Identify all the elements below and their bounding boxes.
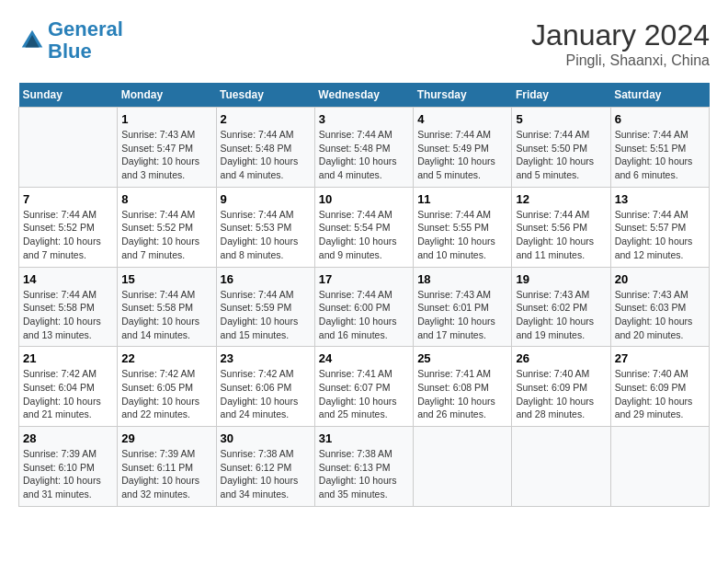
- calendar-title: January 2024: [531, 18, 710, 52]
- day-info: Sunrise: 7:44 AM Sunset: 5:58 PM Dayligh…: [23, 288, 113, 342]
- calendar-cell: 18Sunrise: 7:43 AM Sunset: 6:01 PM Dayli…: [414, 267, 512, 347]
- day-number: 14: [23, 272, 113, 286]
- calendar-table: SundayMondayTuesdayWednesdayThursdayFrid…: [18, 83, 710, 507]
- calendar-cell: 21Sunrise: 7:42 AM Sunset: 6:04 PM Dayli…: [19, 347, 118, 427]
- day-number: 26: [516, 351, 606, 365]
- calendar-cell: 19Sunrise: 7:43 AM Sunset: 6:02 PM Dayli…: [512, 267, 610, 347]
- day-info: Sunrise: 7:44 AM Sunset: 5:52 PM Dayligh…: [121, 208, 211, 262]
- day-info: Sunrise: 7:44 AM Sunset: 5:56 PM Dayligh…: [516, 208, 606, 262]
- calendar-cell: 12Sunrise: 7:44 AM Sunset: 5:56 PM Dayli…: [512, 187, 610, 267]
- day-info: Sunrise: 7:44 AM Sunset: 5:48 PM Dayligh…: [221, 128, 311, 182]
- calendar-cell: 8Sunrise: 7:44 AM Sunset: 5:52 PM Daylig…: [118, 187, 216, 267]
- day-info: Sunrise: 7:39 AM Sunset: 6:11 PM Dayligh…: [121, 447, 211, 501]
- calendar-cell: 30Sunrise: 7:38 AM Sunset: 6:12 PM Dayli…: [216, 427, 314, 507]
- calendar-cell: 27Sunrise: 7:40 AM Sunset: 6:09 PM Dayli…: [610, 347, 709, 427]
- calendar-cell: 16Sunrise: 7:44 AM Sunset: 5:59 PM Dayli…: [216, 267, 314, 347]
- day-info: Sunrise: 7:44 AM Sunset: 5:49 PM Dayligh…: [417, 128, 507, 182]
- day-number: 20: [615, 272, 705, 286]
- header-friday: Friday: [512, 83, 610, 108]
- calendar-cell: 11Sunrise: 7:44 AM Sunset: 5:55 PM Dayli…: [414, 187, 512, 267]
- day-info: Sunrise: 7:40 AM Sunset: 6:09 PM Dayligh…: [516, 367, 606, 421]
- week-row-1: 1Sunrise: 7:43 AM Sunset: 5:47 PM Daylig…: [19, 108, 710, 188]
- day-info: Sunrise: 7:38 AM Sunset: 6:13 PM Dayligh…: [319, 447, 409, 501]
- calendar-cell: [414, 427, 512, 507]
- week-row-5: 28Sunrise: 7:39 AM Sunset: 6:10 PM Dayli…: [19, 427, 710, 507]
- week-row-4: 21Sunrise: 7:42 AM Sunset: 6:04 PM Dayli…: [19, 347, 710, 427]
- day-number: 12: [516, 192, 606, 206]
- calendar-cell: 31Sunrise: 7:38 AM Sunset: 6:13 PM Dayli…: [314, 427, 413, 507]
- day-number: 13: [615, 192, 705, 206]
- calendar-cell: 13Sunrise: 7:44 AM Sunset: 5:57 PM Dayli…: [610, 187, 709, 267]
- day-number: 19: [516, 272, 606, 286]
- day-info: Sunrise: 7:43 AM Sunset: 6:02 PM Dayligh…: [516, 288, 606, 342]
- calendar-cell: 5Sunrise: 7:44 AM Sunset: 5:50 PM Daylig…: [512, 108, 610, 188]
- week-row-3: 14Sunrise: 7:44 AM Sunset: 5:58 PM Dayli…: [19, 267, 710, 347]
- calendar-cell: 4Sunrise: 7:44 AM Sunset: 5:49 PM Daylig…: [414, 108, 512, 188]
- day-number: 25: [417, 351, 507, 365]
- calendar-cell: [610, 427, 709, 507]
- calendar-cell: 29Sunrise: 7:39 AM Sunset: 6:11 PM Dayli…: [118, 427, 216, 507]
- day-number: 30: [221, 431, 311, 445]
- day-info: Sunrise: 7:43 AM Sunset: 6:03 PM Dayligh…: [615, 288, 705, 342]
- calendar-cell: 7Sunrise: 7:44 AM Sunset: 5:52 PM Daylig…: [19, 187, 118, 267]
- header-wednesday: Wednesday: [314, 83, 413, 108]
- calendar-cell: 9Sunrise: 7:44 AM Sunset: 5:53 PM Daylig…: [216, 187, 314, 267]
- calendar-cell: 1Sunrise: 7:43 AM Sunset: 5:47 PM Daylig…: [118, 108, 216, 188]
- day-number: 15: [121, 272, 211, 286]
- calendar-cell: [512, 427, 610, 507]
- day-info: Sunrise: 7:44 AM Sunset: 5:51 PM Dayligh…: [615, 128, 705, 182]
- day-info: Sunrise: 7:44 AM Sunset: 5:52 PM Dayligh…: [23, 208, 113, 262]
- day-number: 29: [121, 431, 211, 445]
- calendar-cell: 6Sunrise: 7:44 AM Sunset: 5:51 PM Daylig…: [610, 108, 709, 188]
- day-number: 27: [615, 351, 705, 365]
- day-number: 10: [319, 192, 409, 206]
- header-sunday: Sunday: [19, 83, 118, 108]
- day-info: Sunrise: 7:40 AM Sunset: 6:09 PM Dayligh…: [615, 367, 705, 421]
- day-number: 16: [221, 272, 311, 286]
- calendar-cell: 2Sunrise: 7:44 AM Sunset: 5:48 PM Daylig…: [216, 108, 314, 188]
- calendar-cell: 22Sunrise: 7:42 AM Sunset: 6:05 PM Dayli…: [118, 347, 216, 427]
- day-number: 5: [516, 112, 606, 126]
- day-info: Sunrise: 7:44 AM Sunset: 5:48 PM Dayligh…: [319, 128, 409, 182]
- day-number: 2: [221, 112, 311, 126]
- page-header: General Blue January 2024 Pingli, Shaanx…: [18, 18, 710, 69]
- calendar-subtitle: Pingli, Shaanxi, China: [531, 52, 710, 69]
- logo-icon: [18, 27, 46, 54]
- calendar-cell: 17Sunrise: 7:44 AM Sunset: 6:00 PM Dayli…: [314, 267, 413, 347]
- day-info: Sunrise: 7:43 AM Sunset: 6:01 PM Dayligh…: [417, 288, 507, 342]
- day-number: 4: [417, 112, 507, 126]
- day-info: Sunrise: 7:44 AM Sunset: 5:58 PM Dayligh…: [121, 288, 211, 342]
- day-info: Sunrise: 7:41 AM Sunset: 6:08 PM Dayligh…: [417, 367, 507, 421]
- header-thursday: Thursday: [414, 83, 512, 108]
- day-number: 8: [121, 192, 211, 206]
- calendar-cell: 26Sunrise: 7:40 AM Sunset: 6:09 PM Dayli…: [512, 347, 610, 427]
- day-number: 17: [319, 272, 409, 286]
- day-number: 9: [221, 192, 311, 206]
- title-block: January 2024 Pingli, Shaanxi, China: [531, 18, 710, 69]
- day-number: 28: [23, 431, 113, 445]
- day-info: Sunrise: 7:42 AM Sunset: 6:05 PM Dayligh…: [121, 367, 211, 421]
- day-number: 18: [417, 272, 507, 286]
- day-number: 3: [319, 112, 409, 126]
- day-info: Sunrise: 7:44 AM Sunset: 5:53 PM Dayligh…: [221, 208, 311, 262]
- header-monday: Monday: [118, 83, 216, 108]
- header-tuesday: Tuesday: [216, 83, 314, 108]
- day-number: 7: [23, 192, 113, 206]
- day-number: 6: [615, 112, 705, 126]
- day-number: 23: [221, 351, 311, 365]
- day-number: 11: [417, 192, 507, 206]
- calendar-cell: 15Sunrise: 7:44 AM Sunset: 5:58 PM Dayli…: [118, 267, 216, 347]
- day-number: 22: [121, 351, 211, 365]
- day-number: 24: [319, 351, 409, 365]
- calendar-cell: [19, 108, 118, 188]
- day-number: 21: [23, 351, 113, 365]
- day-info: Sunrise: 7:38 AM Sunset: 6:12 PM Dayligh…: [221, 447, 311, 501]
- calendar-cell: 28Sunrise: 7:39 AM Sunset: 6:10 PM Dayli…: [19, 427, 118, 507]
- day-number: 1: [121, 112, 211, 126]
- logo-text: General Blue: [48, 18, 123, 63]
- day-info: Sunrise: 7:44 AM Sunset: 5:54 PM Dayligh…: [319, 208, 409, 262]
- day-info: Sunrise: 7:44 AM Sunset: 5:59 PM Dayligh…: [221, 288, 311, 342]
- logo: General Blue: [18, 18, 123, 63]
- day-info: Sunrise: 7:44 AM Sunset: 6:00 PM Dayligh…: [319, 288, 409, 342]
- calendar-cell: 24Sunrise: 7:41 AM Sunset: 6:07 PM Dayli…: [314, 347, 413, 427]
